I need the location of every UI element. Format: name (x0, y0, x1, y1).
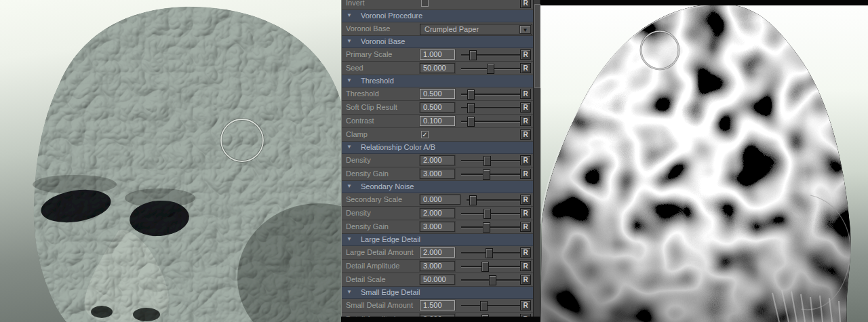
slider-handle[interactable] (484, 156, 491, 166)
slider-handle[interactable] (481, 262, 489, 272)
section-header-relationship-color-a-b[interactable]: ▼Relationship Color A/B (342, 142, 533, 154)
slider-handle[interactable] (467, 103, 475, 113)
invert-checkbox[interactable] (421, 0, 429, 7)
large-detail-amount-slider[interactable] (461, 252, 521, 254)
seed-value-field[interactable]: 50.000 (420, 63, 455, 73)
seed-slider[interactable] (461, 68, 521, 70)
detail-scale-value-field[interactable]: 50.000 (420, 275, 455, 285)
density-gain-slider[interactable] (461, 174, 521, 176)
density-slider[interactable] (461, 160, 521, 162)
section-title: Relationship Color A/B (361, 143, 435, 151)
large-detail-amount-value-field[interactable]: 2.000 (420, 247, 455, 258)
reset-button[interactable]: R (520, 63, 531, 73)
parameter-row-seed: Seed50.000R (342, 62, 533, 75)
reset-button[interactable]: R (520, 195, 531, 205)
slider-handle[interactable] (486, 248, 493, 258)
section-header-large-edge-detail[interactable]: ▼Large Edge Detail (342, 234, 533, 246)
voronoi-base-select[interactable]: Crumpled Paper▼ (420, 24, 532, 35)
reset-button[interactable]: R (520, 169, 531, 179)
parameter-label: Seed (346, 64, 363, 72)
collapse-arrow-icon[interactable]: ▼ (347, 144, 352, 150)
parameter-row-primary-scale: Primary Scale1.000R (342, 48, 533, 62)
selected-option: Crumpled Paper (425, 25, 479, 33)
threshold-value-field[interactable]: 0.500 (420, 89, 455, 99)
sculpted-head-render (0, 0, 341, 322)
slider-handle[interactable] (469, 195, 477, 205)
density-value-field[interactable]: 2.000 (420, 155, 455, 165)
density-value-field[interactable]: 2.000 (420, 208, 455, 218)
chevron-down-icon[interactable]: ▼ (519, 25, 531, 34)
small-detail-amount-value-field[interactable]: 1.500 (420, 300, 455, 310)
slider-handle[interactable] (483, 169, 490, 180)
parameter-label: Density Gain (346, 222, 389, 230)
contrast-value-field[interactable]: 0.100 (420, 116, 455, 126)
reset-button[interactable]: R (520, 155, 531, 165)
slider-handle[interactable] (484, 209, 491, 219)
density-gain-value-field[interactable]: 3.000 (420, 222, 455, 232)
collapse-arrow-icon[interactable]: ▼ (347, 289, 352, 295)
reset-button[interactable]: R (520, 0, 531, 8)
small-detail-amount-slider[interactable] (461, 305, 521, 307)
detail-amplitude-slider[interactable] (461, 266, 521, 268)
sculpt-viewport[interactable] (0, 0, 341, 322)
section-title: Threshold (361, 77, 394, 85)
slider-handle[interactable] (467, 89, 475, 100)
slider-handle[interactable] (483, 222, 490, 233)
parameter-label: Detail Amplitude (346, 262, 400, 270)
soft-clip-result-value-field[interactable]: 0.500 (420, 102, 455, 113)
section-header-seondary-noise[interactable]: ▼Seondary Noise (342, 181, 533, 193)
detail-amplitude-value-field[interactable]: 3.000 (420, 261, 455, 271)
noise-properties-panel: InvertR▼Voronoi ProcedureVoronoi BaseCru… (341, 0, 533, 322)
collapse-arrow-icon[interactable]: ▼ (347, 12, 352, 18)
reset-button[interactable]: R (520, 261, 531, 271)
collapse-arrow-icon[interactable]: ▼ (347, 236, 352, 242)
contrast-slider[interactable] (461, 121, 521, 123)
density-slider[interactable] (461, 213, 521, 215)
reset-button[interactable]: R (520, 222, 531, 232)
parameter-label: Invert (346, 0, 365, 7)
reset-button[interactable]: R (520, 300, 531, 310)
threshold-slider[interactable] (461, 94, 521, 96)
primary-scale-slider[interactable] (461, 54, 521, 56)
voronoi-texture-render (540, 0, 868, 322)
primary-scale-value-field[interactable]: 1.000 (420, 49, 455, 60)
section-header-voronoi-base[interactable]: ▼Voronoi Base (342, 36, 533, 48)
parameter-row-density: Density2.000R (342, 154, 533, 167)
slider-handle[interactable] (469, 50, 477, 60)
reset-button[interactable]: R (520, 89, 531, 99)
reset-button[interactable]: R (520, 102, 531, 113)
reset-button[interactable]: R (520, 247, 531, 258)
slider-handle[interactable] (467, 117, 475, 127)
section-header-threshold[interactable]: ▼Threshold (342, 75, 533, 87)
secondary-scale-value-field[interactable]: 0.000 (420, 195, 460, 205)
parameter-label: Density Gain (346, 169, 389, 178)
density-gain-slider[interactable] (461, 226, 521, 228)
parameter-label: Threshold (346, 89, 379, 98)
secondary-scale-slider[interactable] (467, 199, 521, 201)
texture-preview-viewport[interactable] (540, 0, 868, 322)
slider-handle[interactable] (487, 64, 494, 74)
detail-scale-slider[interactable] (461, 279, 521, 281)
reset-button[interactable]: R (520, 208, 531, 218)
slider-handle[interactable] (480, 301, 488, 311)
parameter-row-voronoi-base: Voronoi BaseCrumpled Paper▼ (342, 22, 533, 36)
section-header-small-edge-detail[interactable]: ▼Small Edge Detail (342, 287, 533, 299)
clamp-checkbox[interactable]: ✓ (421, 131, 429, 138)
parameter-rows: InvertR▼Voronoi ProcedureVoronoi BaseCru… (342, 0, 533, 322)
parameter-row-invert: InvertR (342, 0, 533, 10)
panel-scrollbar[interactable] (533, 0, 540, 322)
collapse-arrow-icon[interactable]: ▼ (347, 77, 352, 83)
slider-handle[interactable] (489, 275, 496, 285)
reset-button[interactable]: R (520, 116, 531, 126)
section-header-voronoi-procedure[interactable]: ▼Voronoi Procedure (342, 10, 533, 22)
scrollbar-thumb[interactable] (534, 4, 540, 88)
reset-button[interactable]: R (520, 275, 531, 285)
app-window: InvertR▼Voronoi ProcedureVoronoi BaseCru… (0, 0, 868, 322)
soft-clip-result-slider[interactable] (461, 107, 521, 109)
reset-button[interactable]: R (520, 129, 531, 140)
parameter-row-soft-clip-result: Soft Clip Result0.500R (342, 101, 533, 115)
collapse-arrow-icon[interactable]: ▼ (347, 183, 352, 189)
density-gain-value-field[interactable]: 3.000 (420, 169, 455, 179)
collapse-arrow-icon[interactable]: ▼ (347, 38, 352, 44)
reset-button[interactable]: R (520, 49, 531, 60)
